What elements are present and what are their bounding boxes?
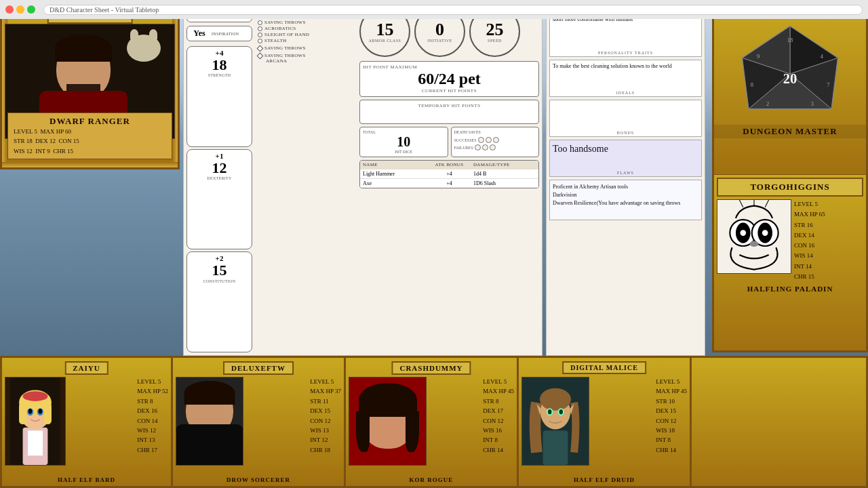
malice-avatar [521, 377, 589, 466]
skills-column: SAVING THROWS ATHLETICS SAVING THROWS AC… [255, 3, 357, 355]
dungeon-master-title: DUNGEON MASTER [714, 125, 866, 138]
dexterity-card: +1 12 DEXTERITY [186, 149, 252, 250]
browser-url[interactable]: D&D Character Sheet - Virtual Tabletop [43, 5, 863, 15]
right-bottom-filler [692, 356, 868, 488]
cat-ear-left [130, 29, 138, 39]
cat-ear-right [149, 29, 157, 39]
zaiyu-avatar [5, 377, 66, 466]
malice-avatar-svg [522, 378, 589, 465]
deluxe-name: DELUXEFTW [223, 361, 294, 375]
torgo-content: LEVEL 5 MAX HP 65 STR 16 DEX 14 CON 16 W… [714, 199, 866, 282]
zaiyu-panel: ZAIYU LEVEL 5 MAX HP 52 [0, 356, 173, 488]
browser-close[interactable] [5, 5, 14, 14]
svg-point-34 [39, 409, 43, 413]
successes-row: SUCCESSES [454, 137, 536, 143]
ideals-box: To make the best cleaning solution known… [549, 60, 702, 97]
torgo-avatar [717, 199, 791, 274]
deluxe-avatar [176, 377, 243, 466]
svg-point-35 [23, 391, 48, 401]
cat-silhouette [127, 35, 161, 62]
malice-class: HALF ELF DRUID [574, 476, 635, 483]
zaiyu-class: HALF ELF BARD [58, 476, 115, 483]
zaiyu-avatar-svg [5, 378, 65, 465]
success-circle-3 [493, 137, 499, 143]
torgo-class-label: HALFLING PALADIN [714, 282, 866, 296]
crash-panel: CRASHDUMMY LEVEL 5 MAX HP 45 STR 8 DEX 1… [346, 356, 519, 488]
success-circle-1 [478, 137, 484, 143]
character-sheet: +3 PROFICIENCY BONUS Yes INSPIRATION +4 … [183, 3, 542, 356]
sleight-dot [258, 33, 262, 37]
browser-bar: D&D Character Sheet - Virtual Tabletop [0, 0, 868, 19]
d20-container: 20 18 4 7 3 2 8 9 [739, 23, 841, 125]
con-save-diamond [257, 45, 264, 52]
svg-point-46 [559, 409, 564, 414]
person-hair [55, 35, 112, 62]
logetastic-panel: LOGETASTIC 20 18 4 7 3 2 8 9 DUNGEON MAS… [712, 0, 868, 176]
attacks-header: NAME ATK BONUS DAMAGE/TYPE [360, 161, 538, 169]
browser-minimize[interactable] [16, 5, 24, 14]
bonds-box: BONDS [549, 100, 702, 137]
hit-dice-death-saves-row: Total 10 HIT DICE DEATH SAVES SUCCESSES … [359, 127, 539, 157]
dex-save-dot [258, 20, 262, 25]
svg-point-20 [762, 230, 768, 236]
svg-point-33 [28, 409, 33, 413]
inspiration-row: Yes INSPIRATION [186, 26, 252, 41]
svg-text:18: 18 [787, 37, 793, 43]
arcana-section: SAVING THROWS ARCANA [258, 53, 354, 64]
malice-stats: LEVEL 5 MAX HP 45 STR 10 DEX 15 CON 12 W… [656, 377, 687, 455]
torgo-name-tag: TORGOHIGGINS [717, 178, 863, 197]
svg-rect-29 [19, 403, 26, 424]
hp-box: HIT POINT MAXIMUM 60/24 pet CURRENT HIT … [359, 61, 539, 97]
svg-text:3: 3 [811, 100, 814, 107]
attack-row-1: Light Hammer +4 1d4 B [360, 169, 538, 178]
svg-point-45 [548, 409, 552, 414]
stealth-dot [258, 39, 262, 43]
flaws-box: Too handsome FLAWS [549, 140, 702, 177]
macfine-char-info: DWARF RANGER LEVEL 5 MAX HP 60 STR 18 DE… [7, 113, 172, 159]
malice-name: DIGITAL MALICE [562, 361, 646, 374]
acrobatics-dot [258, 26, 262, 31]
crash-stats: LEVEL 5 MAX HP 45 STR 8 DEX 17 CON 12 WI… [483, 377, 514, 455]
svg-text:20: 20 [783, 71, 797, 86]
frame-bottom [2, 162, 178, 167]
strength-card: +4 18 STRENGTH [186, 46, 252, 147]
svg-point-21 [750, 241, 759, 247]
macfine-panel: MACFINE DWARF RANGER LEVEL 5 MAX HP 60 S… [0, 0, 180, 169]
crash-class: KOR ROGUE [410, 476, 454, 483]
svg-text:2: 2 [766, 100, 769, 107]
browser-maximize[interactable] [27, 5, 35, 14]
con-saves-section: SAVING THROWS [258, 45, 354, 51]
d20-svg: 20 18 4 7 3 2 8 9 [739, 23, 841, 125]
death-saves-box: DEATH SAVES SUCCESSES FAILURES [451, 127, 540, 157]
torgo-face-svg [717, 200, 791, 273]
zaiyu-stats: LEVEL 5 MAX HP 52 STR 8 DEX 16 CON 14 WI… [137, 377, 168, 455]
svg-rect-36 [28, 430, 43, 455]
zaiyu-name: ZAIYU [64, 361, 108, 375]
arcana-diamond [257, 52, 264, 59]
failure-circle-2 [482, 144, 488, 150]
crash-name: CRASHDUMMY [391, 361, 471, 375]
deluxe-stats: LEVEL 5 MAX HP 37 STR 11 DEX 15 CON 12 W… [310, 377, 341, 455]
failures-row: FAILURES [454, 144, 536, 150]
features-box: Proficent in Alchemy Artisan tools Darkv… [549, 180, 702, 220]
deluxe-class: DROW SORCERER [226, 476, 290, 483]
svg-text:7: 7 [827, 81, 829, 88]
abilities-column: +3 PROFICIENCY BONUS Yes INSPIRATION +4 … [184, 3, 255, 355]
torgo-stats: LEVEL 5 MAX HP 65 STR 16 DEX 14 CON 16 W… [794, 199, 863, 282]
malice-panel: DIGITAL MALICE LEVEL 5 M [519, 356, 692, 488]
svg-point-19 [740, 230, 746, 236]
svg-text:8: 8 [751, 81, 753, 88]
temp-hp-box: TEMPORARY HIT POINTS [359, 100, 539, 124]
attack-row-2: Axe +4 1D6 Slash [360, 178, 538, 188]
combat-section: 15 ARMOR CLASS 0 INITIATIVE 25 SPEED HIT… [357, 3, 542, 355]
traits-panel: 5'6" Tall dwarf, Doesn't like dwarf soci… [546, 3, 705, 356]
hit-dice-box: Total 10 HIT DICE [359, 127, 448, 157]
torgo-panel: TORGOHIGGINS [712, 175, 868, 352]
attacks-table: NAME ATK BONUS DAMAGE/TYPE Light Hammer … [359, 160, 539, 188]
dex-saves-section: SAVING THROWS ACROBATICS SLEIGHT OF HAND… [258, 20, 354, 43]
crash-avatar [349, 377, 427, 466]
svg-rect-38 [543, 430, 568, 465]
failure-circle-3 [490, 144, 496, 150]
constitution-card: +2 15 CONSTITUTION [186, 251, 252, 352]
svg-rect-30 [44, 403, 52, 424]
